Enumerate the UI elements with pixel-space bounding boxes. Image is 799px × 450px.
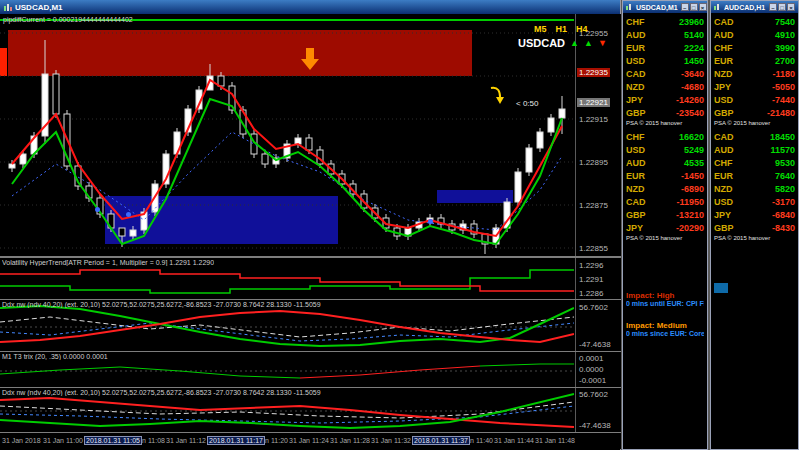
currency-value: -1450 <box>681 171 704 181</box>
strength-window-usdcad: USDCAD,M1 – □ × CHF23960AUD5140EUR2224US… <box>622 0 708 450</box>
symbol-row: USDCAD ▲ ▲ ▼ <box>518 37 607 49</box>
side-window-title: USDCAD,M1 <box>636 4 678 11</box>
indicator-axis[interactable]: 56.7602-47.4638 <box>575 388 621 432</box>
currency-code: NZD <box>714 69 733 79</box>
currency-value: -11950 <box>676 197 704 207</box>
time-axis[interactable]: 31 Jan 201831 Jan 11:002018.01.31 11:053… <box>0 432 621 449</box>
time-label: 31 Jan 11:48 <box>535 437 575 444</box>
currency-code: CHF <box>714 43 733 53</box>
currency-value: 18450 <box>770 132 795 142</box>
main-window-titlebar[interactable]: USDCAD,M1 <box>0 0 620 14</box>
price-label: 1.2291 <box>579 275 603 284</box>
currency-row: AUD4535 <box>623 156 707 169</box>
restore-button[interactable]: □ <box>778 3 786 11</box>
time-marker-label: 2018.01.31 11:05 <box>84 436 142 445</box>
currency-value: -5050 <box>772 82 795 92</box>
currency-value: -8430 <box>772 223 795 233</box>
timeframe-row: M5 H1 H4 <box>534 24 607 34</box>
close-button[interactable]: × <box>787 3 795 11</box>
candle-countdown: < 0:50 <box>516 99 538 108</box>
strength-block: CHF16620USD5249AUD4535EUR-1450NZD-6890CA… <box>623 128 707 234</box>
indicator-panel-trix: M1 T3 trix (20, .35) 0.0000 0.0001 0.000… <box>0 351 621 387</box>
side-window-titlebar[interactable]: AUDCAD,H1 – □ × <box>711 1 798 13</box>
currency-row: AUD4910 <box>711 28 798 41</box>
tf-h1-label[interactable]: H1 <box>556 24 568 34</box>
currency-code: EUR <box>714 171 733 181</box>
currency-code: EUR <box>626 43 645 53</box>
currency-code: AUD <box>714 30 734 40</box>
price-chart[interactable] <box>0 14 574 256</box>
price-label: 1.22935 <box>577 68 610 77</box>
currency-code: JPY <box>626 223 643 233</box>
h1-up-arrow-icon: ▲ <box>584 38 593 48</box>
currency-row: JPY-14260 <box>623 93 707 106</box>
time-label: 31 Jan 11:24 <box>289 437 329 444</box>
currency-code: GBP <box>714 223 734 233</box>
currency-row: NZD-6890 <box>623 182 707 195</box>
currency-code: CAD <box>714 132 734 142</box>
currency-row: CAD18450 <box>711 130 798 143</box>
currency-value: 5249 <box>684 145 704 155</box>
indicator-axis[interactable]: 1.22961.22911.2286 <box>575 258 621 299</box>
currency-code: CAD <box>626 69 646 79</box>
indicator-label: Ddx nw (ndv 40,20) (ext. 20,10) 52.0275,… <box>2 301 321 308</box>
price-label: 1.22915 <box>579 115 608 124</box>
close-button[interactable]: × <box>699 3 707 11</box>
currency-code: GBP <box>626 108 646 118</box>
indicator-axis[interactable]: 56.7602-47.4638 <box>575 300 621 351</box>
price-axis[interactable]: 1.229551.229351.229151.228951.228751.228… <box>575 14 621 256</box>
currency-code: JPY <box>714 82 731 92</box>
currency-value: -6840 <box>772 210 795 220</box>
time-label: 31 Jan 11:12 <box>166 437 206 444</box>
strength-window-audcad: AUDCAD,H1 – □ × CAD7540AUD4910CHF3990EUR… <box>710 0 799 450</box>
currency-value: -3640 <box>681 69 704 79</box>
currency-value: 7540 <box>775 17 795 27</box>
currency-code: JPY <box>626 95 643 105</box>
price-label: 1.22855 <box>579 244 608 253</box>
side-window-titlebar[interactable]: USDCAD,M1 – □ × <box>623 1 707 13</box>
symbol-label: USDCAD <box>518 37 565 49</box>
currency-code: AUD <box>626 158 646 168</box>
news-flag-icon <box>714 283 728 293</box>
indicator-label: M1 T3 trix (20, .35) 0.0000 0.0001 <box>2 353 108 360</box>
currency-row: CHF3990 <box>711 41 798 54</box>
indicator-axis[interactable]: 0.00010.0000-0.0001 <box>575 352 621 387</box>
price-label: -47.4638 <box>579 340 611 349</box>
currency-code: GBP <box>714 108 734 118</box>
currency-code: CHF <box>626 17 645 27</box>
minimize-button[interactable]: – <box>769 3 777 11</box>
currency-value: -21480 <box>767 108 795 118</box>
tf-m5-label[interactable]: M5 <box>534 24 547 34</box>
price-label: 1.2286 <box>579 289 603 298</box>
currency-row: GBP-21480 <box>711 106 798 119</box>
currency-row: USD5249 <box>623 143 707 156</box>
currency-code: JPY <box>714 210 731 220</box>
window-controls: – □ × <box>681 3 707 11</box>
strength-block: CHF23960AUD5140EUR2224USD1450CAD-3640NZD… <box>623 13 707 119</box>
sell-signal-arrow-icon <box>300 48 320 71</box>
currency-row: EUR-1450 <box>623 169 707 182</box>
time-label: 31 Jan 11:32 <box>371 437 411 444</box>
currency-value: -13210 <box>676 210 704 220</box>
restore-button[interactable]: □ <box>690 3 698 11</box>
psa-copyright: PSA © 2015 hanover <box>711 234 798 243</box>
price-label: 0.0000 <box>579 365 603 374</box>
currency-row: CAD-3640 <box>623 67 707 80</box>
currency-code: USD <box>626 56 645 66</box>
indicator-panel-hypertrend: Volatility HyperTrend[ATR Period = 1, Mu… <box>0 257 621 299</box>
strength-panel-body: CHF23960AUD5140EUR2224USD1450CAD-3640NZD… <box>623 13 707 337</box>
tf-h4-label[interactable]: H4 <box>576 24 588 34</box>
currency-row: JPY-5050 <box>711 80 798 93</box>
chart-icon <box>3 3 12 12</box>
currency-code: NZD <box>626 82 645 92</box>
currency-code: AUD <box>714 145 734 155</box>
currency-code: CHF <box>626 132 645 142</box>
strength-panel-body: CAD7540AUD4910CHF3990EUR2700NZD-1180JPY-… <box>711 13 798 293</box>
time-label: 31 Jan 2018 <box>2 437 41 444</box>
minimize-button[interactable]: – <box>681 3 689 11</box>
currency-row: USD-7440 <box>711 93 798 106</box>
news-event-text: 0 mins until EUR: CPI Fl <box>626 300 704 307</box>
entry-signal-arrow-icon <box>489 86 507 106</box>
currency-value: 4910 <box>775 30 795 40</box>
currency-code: EUR <box>626 171 645 181</box>
